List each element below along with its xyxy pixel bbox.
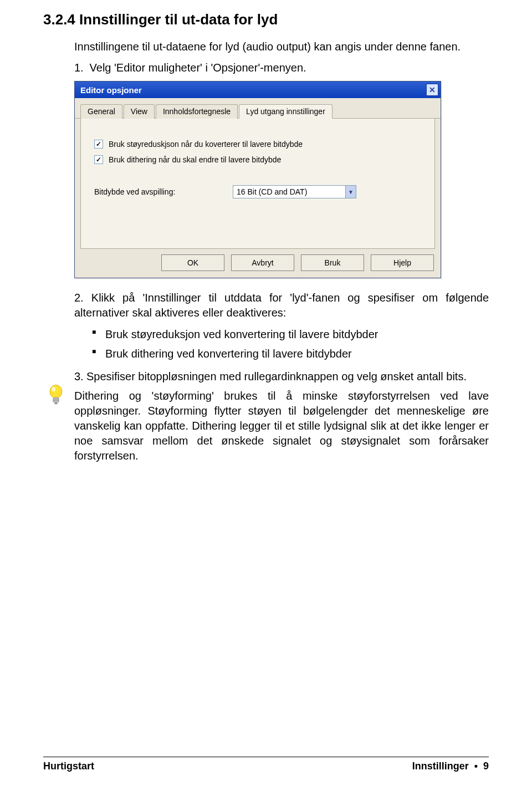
page-footer: Hurtigstart Innstillinger • 9 [43, 757, 489, 772]
lightbulb-icon [43, 369, 69, 408]
tab-audio-output[interactable]: Lyd utgang innstillinger [239, 104, 332, 119]
close-button[interactable]: ✕ [426, 84, 438, 96]
step-2: 2. Klikk på 'Innstillinger til utddata f… [74, 290, 489, 320]
section-heading: 3.2.4 Innstillinger til ut-data for lyd [43, 11, 489, 28]
footer-page-number: 9 [483, 761, 489, 772]
step-1-text: Velg 'Editor muligheter' i 'Opsjoner'-me… [90, 62, 306, 74]
svg-rect-5 [54, 402, 57, 404]
footer-left: Hurtigstart [43, 761, 94, 772]
dialog-titlebar: Editor opsjoner ✕ [75, 81, 441, 98]
footer-bullet: • [472, 761, 483, 772]
svg-rect-2 [53, 397, 59, 402]
tip-text: Dithering og 'støyforming' brukes til å … [74, 389, 489, 463]
checkbox-icon [94, 155, 103, 164]
apply-button[interactable]: Bruk [301, 254, 364, 271]
editor-options-dialog: Editor opsjoner ✕ General View Innholdsf… [74, 81, 441, 278]
list-item: Bruk støyreduksjon ved konvertering til … [92, 327, 489, 342]
step-3-number: 3. [74, 369, 86, 384]
step-1: 1. Velg 'Editor muligheter' i 'Opsjoner'… [74, 62, 489, 74]
checkbox-noise-reduction[interactable]: Bruk støyreduskjson når du koverterer ti… [94, 140, 421, 149]
intro-text: Innstillingene til ut-dataene for lyd (a… [74, 39, 489, 54]
step-3-text: Spesifiser bitoppløsningen med rullegard… [86, 369, 467, 384]
checkbox-noise-reduction-label: Bruk støyreduskjson når du koverterer ti… [109, 140, 303, 149]
tab-general[interactable]: General [80, 104, 122, 119]
list-item: Bruk dithering ved konvertering til lave… [92, 346, 489, 361]
tab-toc[interactable]: Innholdsfortegnesle [156, 104, 238, 119]
footer-section: Innstillinger [412, 761, 469, 772]
step-2-number: 2. [74, 292, 84, 304]
step-1-number: 1. [74, 62, 86, 74]
bitdepth-select[interactable]: 16 Bit (CD and DAT) ▼ [233, 185, 356, 198]
chevron-down-icon: ▼ [345, 186, 356, 198]
cancel-button[interactable]: Avbryt [231, 254, 294, 271]
checkbox-dithering-label: Bruk dithering når du skal endre til lav… [109, 155, 281, 164]
svg-point-0 [50, 385, 62, 399]
options-list: Bruk støyreduksjon ved konvertering til … [92, 327, 489, 361]
footer-right: Innstillinger • 9 [412, 761, 489, 772]
bitdepth-label: Bitdybde ved avspilling: [94, 187, 233, 196]
dialog-panel: Bruk støyreduskjson når du koverterer ti… [80, 119, 435, 249]
checkbox-dithering[interactable]: Bruk dithering når du skal endre til lav… [94, 155, 421, 164]
svg-point-1 [52, 387, 55, 391]
dialog-button-row: OK Avbryt Bruk Hjelp [75, 254, 441, 278]
help-button[interactable]: Hjelp [371, 254, 434, 271]
checkbox-icon [94, 140, 103, 149]
step-3: 3. Spesifiser bitoppløsningen med rulleg… [74, 369, 489, 384]
dialog-tabs: General View Innholdsfortegnesle Lyd utg… [75, 98, 441, 119]
step-2-text: Klikk på 'Innstillinger til utddata for … [74, 292, 489, 319]
bitdepth-value: 16 Bit (CD and DAT) [237, 187, 307, 196]
close-icon: ✕ [429, 86, 436, 94]
dialog-title: Editor opsjoner [80, 85, 142, 95]
tab-view[interactable]: View [124, 104, 155, 119]
ok-button[interactable]: OK [161, 254, 224, 271]
